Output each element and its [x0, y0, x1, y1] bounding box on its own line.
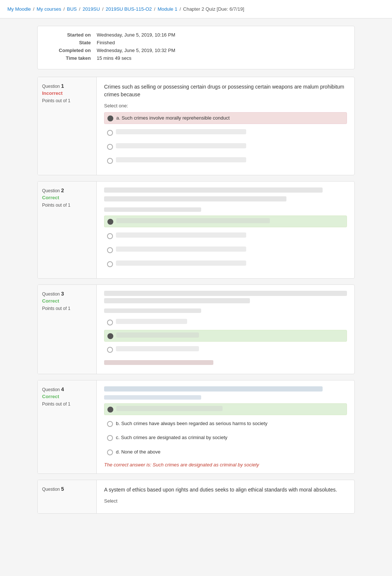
started-on-value: Wednesday, June 5, 2019, 10:16 PM: [97, 32, 175, 38]
question-5-body: A system of ethics based upon rights and…: [97, 480, 354, 513]
question-4-label: Question: [42, 387, 61, 392]
question-1-status: Incorrect: [42, 90, 92, 96]
question-1-label: Question: [42, 84, 61, 89]
question-3-label-row: Question 3: [42, 291, 92, 297]
breadcrumb-sep-1: /: [33, 6, 35, 12]
question-1-option-b[interactable]: [104, 127, 347, 138]
state-value: Finished: [97, 40, 115, 45]
question-2-option-d[interactable]: [104, 258, 347, 269]
question-2-option-b[interactable]: [104, 230, 347, 241]
question-2-radio-c: [107, 247, 113, 253]
question-3-option-c[interactable]: [104, 344, 347, 355]
quiz-info-started-row: Started on Wednesday, June 5, 2019, 10:1…: [45, 32, 347, 38]
question-1-select-label: Select one:: [104, 103, 347, 108]
question-2-option-c-blur: [116, 246, 246, 252]
question-4-sidebar: Question 4 Correct Points out of 1: [38, 380, 97, 473]
question-2-option-c[interactable]: [104, 244, 347, 255]
question-3-option-a[interactable]: [104, 317, 347, 328]
question-3-label: Question: [42, 292, 61, 297]
completed-on-label: Completed on: [45, 48, 97, 53]
question-5-block: Question 5 A system of ethics based upon…: [37, 480, 355, 514]
question-1-radio-c: [107, 144, 113, 150]
question-5-select-label: Select: [104, 498, 347, 504]
question-1-option-c[interactable]: [104, 141, 347, 152]
breadcrumb-bus[interactable]: BUS: [67, 6, 77, 12]
quiz-info-state-row: State Finished: [45, 40, 347, 45]
question-3-points: Points out of 1: [42, 306, 92, 311]
state-label: State: [45, 40, 97, 45]
question-3-feedback-blur: [104, 360, 213, 365]
top-bar: My Moodle / My courses / BUS / 2019SU / …: [0, 0, 392, 18]
question-3-option-c-blur: [116, 346, 199, 351]
breadcrumb-sep-5: /: [154, 6, 155, 12]
question-4-option-b[interactable]: b. Such crimes have always been regarded…: [104, 418, 347, 429]
question-4-number: 4: [61, 386, 64, 392]
question-4-label-row: Question 4: [42, 386, 92, 392]
quiz-info-time-row: Time taken 15 mins 49 secs: [45, 55, 347, 61]
question-1-label-row: Question 1: [42, 83, 92, 89]
question-1-option-a[interactable]: a. Such crimes involve morally reprehens…: [104, 112, 347, 124]
question-5-text: A system of ethics based upon rights and…: [104, 486, 347, 494]
question-5-number: 5: [61, 486, 64, 492]
question-4-option-b-text: b. Such crimes have always been regarded…: [116, 420, 267, 427]
question-3-text-blur2: [104, 298, 250, 303]
question-4-option-a[interactable]: [104, 403, 347, 415]
question-2-status: Correct: [42, 195, 92, 200]
question-4-block: Question 4 Correct Points out of 1 b. Su…: [37, 380, 355, 474]
question-3-option-b-blur: [116, 332, 199, 338]
question-2-option-selected[interactable]: [104, 215, 347, 227]
question-3-radio-c: [107, 347, 113, 353]
question-2-select-blur: [104, 207, 201, 212]
question-3-option-b[interactable]: [104, 330, 347, 342]
question-3-radio-b: [107, 333, 113, 339]
question-4-radio-d: [107, 449, 113, 455]
question-2-option-d-blur: [116, 261, 246, 266]
question-4-option-c[interactable]: c. Such crimes are designated as crimina…: [104, 432, 347, 443]
question-3-option-a-blur: [116, 319, 187, 324]
breadcrumb: My Moodle / My courses / BUS / 2019SU / …: [7, 6, 244, 12]
completed-on-value: Wednesday, June 5, 2019, 10:32 PM: [97, 48, 175, 53]
breadcrumb-sep-4: /: [102, 6, 104, 12]
time-taken-value: 15 mins 49 secs: [97, 55, 131, 61]
question-1-radio-b: [107, 130, 113, 136]
question-4-radio-b: [107, 421, 113, 427]
question-4-option-d[interactable]: d. None of the above: [104, 446, 347, 458]
quiz-info-completed-row: Completed on Wednesday, June 5, 2019, 10…: [45, 48, 347, 53]
breadcrumb-2019su[interactable]: 2019SU: [83, 6, 100, 12]
question-4-option-d-text: d. None of the above: [116, 449, 161, 455]
question-1-radio-a: [107, 115, 113, 121]
breadcrumb-course[interactable]: 2019SU BUS-115-O2: [106, 6, 152, 12]
question-3-sidebar: Question 3 Correct Points out of 1: [38, 285, 97, 374]
question-4-points: Points out of 1: [42, 401, 92, 407]
question-2-radio-b: [107, 233, 113, 239]
breadcrumb-sep-6: /: [179, 6, 181, 12]
question-1-option-b-blurred: [116, 129, 246, 134]
question-3-block: Question 3 Correct Points out of 1: [37, 284, 355, 374]
question-2-sidebar: Question 2 Correct Points out of 1: [38, 182, 97, 278]
breadcrumb-module[interactable]: Module 1: [158, 6, 177, 12]
question-1-number: 1: [61, 83, 64, 89]
question-3-radio-a: [107, 320, 113, 325]
question-4-option-c-text: c. Such crimes are designated as crimina…: [116, 434, 227, 441]
question-4-text-blur1: [104, 386, 323, 392]
started-on-label: Started on: [45, 32, 97, 38]
question-5-label-row: Question 5: [42, 486, 92, 492]
question-1-option-d[interactable]: [104, 155, 347, 166]
question-2-number: 2: [61, 187, 64, 193]
question-2-body: [97, 182, 354, 278]
question-1-radio-d: [107, 158, 113, 164]
question-2-radio-selected: [107, 219, 113, 225]
question-3-number: 3: [61, 291, 64, 297]
question-1-option-c-blurred: [116, 143, 246, 148]
question-1-body: Crimes such as selling or possessing cer…: [97, 77, 354, 175]
question-4-correct-note: The correct answer is: Such crimes are d…: [104, 462, 347, 468]
question-2-text-blur2: [104, 196, 286, 201]
breadcrumb-sep-2: /: [63, 6, 65, 12]
question-4-radio-c: [107, 435, 113, 441]
question-1-option-a-text: a. Such crimes involve morally reprehens…: [116, 115, 230, 121]
question-4-status: Correct: [42, 394, 92, 399]
question-2-block: Question 2 Correct Points out of 1: [37, 181, 355, 279]
breadcrumb-my-moodle[interactable]: My Moodle: [7, 6, 31, 12]
question-4-body: b. Such crimes have always been regarded…: [97, 380, 354, 473]
breadcrumb-my-courses[interactable]: My courses: [37, 6, 61, 12]
